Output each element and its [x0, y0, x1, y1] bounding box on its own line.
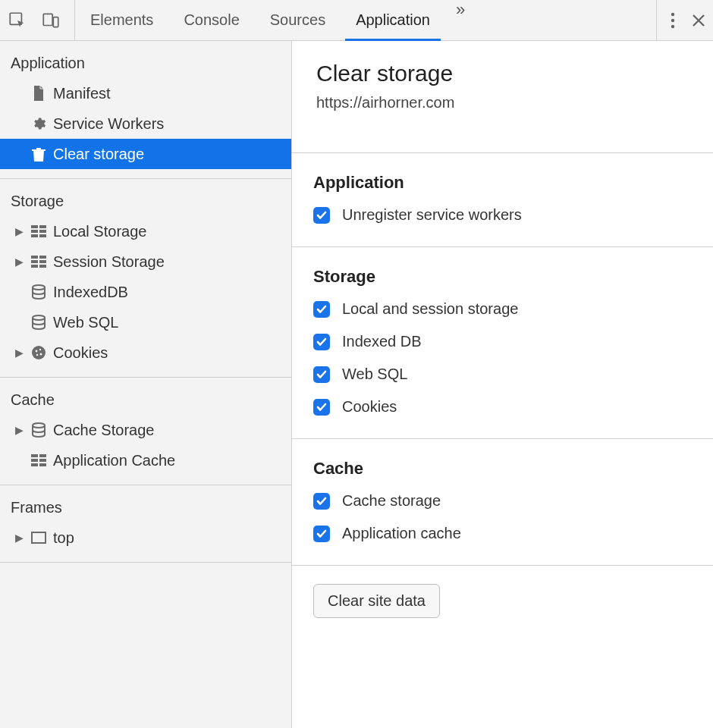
db-icon — [30, 284, 47, 300]
sidebar-item[interactable]: ▶top — [0, 522, 291, 553]
checkbox-label: Web SQL — [342, 366, 407, 383]
svg-rect-27 — [39, 454, 46, 457]
tab-sources[interactable]: Sources — [255, 0, 341, 40]
sidebar-section: ApplicationManifestService WorkersClear … — [0, 41, 291, 179]
svg-rect-7 — [39, 225, 46, 228]
svg-point-5 — [671, 24, 674, 27]
expand-icon[interactable]: ▶ — [14, 347, 24, 359]
devtools-tabs: Elements Console Sources Application » — [75, 0, 476, 40]
clear-button-row: Clear site data — [292, 565, 713, 636]
svg-point-25 — [33, 423, 45, 428]
sidebar-item[interactable]: IndexedDB — [0, 277, 291, 307]
svg-point-20 — [32, 346, 46, 359]
more-tabs-icon[interactable]: » — [445, 0, 476, 40]
page-title: Clear storage — [316, 61, 713, 86]
sidebar-item-label: Manifest — [53, 85, 111, 102]
application-sidebar: ApplicationManifestService WorkersClear … — [0, 41, 291, 728]
svg-rect-6 — [31, 225, 38, 228]
sidebar-item-label: IndexedDB — [53, 284, 128, 301]
sidebar-item[interactable]: ▶Session Storage — [0, 246, 291, 277]
expand-icon[interactable]: ▶ — [14, 256, 24, 268]
sidebar-section: Cache▶Cache StorageApplication Cache — [0, 378, 291, 485]
clear-site-data-button[interactable]: Clear site data — [313, 584, 440, 618]
svg-rect-15 — [39, 260, 46, 263]
svg-rect-10 — [31, 234, 38, 237]
sidebar-item[interactable]: Application Cache — [0, 445, 291, 475]
tab-console[interactable]: Console — [168, 0, 254, 40]
checkbox-label: Cache storage — [342, 492, 441, 510]
expand-icon[interactable]: ▶ — [14, 532, 24, 544]
sidebar-item-label: Cache Storage — [53, 422, 154, 439]
svg-rect-12 — [31, 256, 38, 259]
expand-icon[interactable]: ▶ — [14, 225, 24, 237]
checkbox-icon[interactable] — [313, 301, 330, 318]
db-icon — [30, 422, 47, 438]
checkbox-row[interactable]: Application cache — [313, 525, 713, 542]
tab-application[interactable]: Application — [341, 0, 445, 40]
checkbox-label: Indexed DB — [342, 333, 422, 350]
svg-rect-30 — [31, 463, 38, 466]
svg-point-22 — [39, 349, 41, 350]
checkbox-row[interactable]: Cookies — [313, 398, 713, 416]
close-icon[interactable] — [692, 14, 705, 27]
settings-panel: CacheCache storageApplication cache — [292, 438, 713, 565]
svg-point-18 — [33, 285, 45, 290]
checkbox-label: Local and session storage — [342, 300, 518, 318]
svg-point-23 — [40, 353, 42, 356]
table-icon — [30, 256, 47, 268]
checkbox-row[interactable]: Web SQL — [313, 366, 713, 383]
origin-label: https://airhorner.com — [316, 94, 713, 111]
kebab-menu-icon[interactable] — [671, 12, 675, 29]
db-icon — [30, 315, 47, 330]
sidebar-item[interactable]: ▶Cookies — [0, 337, 291, 368]
checkbox-icon[interactable] — [313, 207, 330, 224]
sidebar-item[interactable]: Service Workers — [0, 108, 291, 139]
table-icon — [30, 454, 47, 466]
svg-rect-8 — [31, 230, 38, 233]
svg-point-21 — [36, 350, 38, 353]
sidebar-section: Storage▶Local Storage▶Session StorageInd… — [0, 179, 291, 378]
checkbox-row[interactable]: Cache storage — [313, 492, 713, 510]
svg-rect-26 — [31, 454, 38, 457]
content-pane: Clear storage https://airhorner.com Appl… — [291, 41, 713, 728]
checkbox-icon[interactable] — [313, 366, 330, 383]
toolbar-left-icons — [8, 0, 75, 40]
device-toggle-icon[interactable] — [41, 11, 61, 30]
svg-rect-14 — [31, 260, 38, 263]
sidebar-item[interactable]: Manifest — [0, 78, 291, 108]
panel-heading: Storage — [313, 267, 713, 287]
svg-rect-1 — [43, 14, 52, 25]
sidebar-item-label: Web SQL — [53, 314, 118, 331]
checkbox-icon[interactable] — [313, 493, 330, 510]
sidebar-item[interactable]: Web SQL — [0, 307, 291, 337]
cookie-icon — [30, 345, 47, 360]
sidebar-item[interactable]: Clear storage — [0, 139, 291, 169]
checkbox-row[interactable]: Local and session storage — [313, 300, 713, 318]
checkbox-icon[interactable] — [313, 399, 330, 416]
panel-heading: Application — [313, 173, 713, 193]
checkbox-label: Unregister service workers — [342, 206, 522, 224]
inspect-icon[interactable] — [8, 11, 27, 30]
svg-point-3 — [671, 12, 674, 15]
tab-elements[interactable]: Elements — [75, 0, 168, 40]
checkbox-row[interactable]: Unregister service workers — [313, 206, 713, 224]
sidebar-item-label: top — [53, 529, 74, 547]
sidebar-item[interactable]: ▶Local Storage — [0, 216, 291, 246]
svg-rect-13 — [39, 256, 46, 259]
panel-heading: Cache — [313, 459, 713, 479]
main-area: ApplicationManifestService WorkersClear … — [0, 41, 713, 728]
checkbox-row[interactable]: Indexed DB — [313, 333, 713, 350]
svg-rect-11 — [39, 234, 46, 237]
checkbox-icon[interactable] — [313, 526, 330, 542]
checkbox-icon[interactable] — [313, 334, 330, 350]
sidebar-item[interactable]: ▶Cache Storage — [0, 415, 291, 445]
svg-point-4 — [671, 18, 674, 21]
sidebar-section-title: Cache — [0, 385, 291, 415]
sidebar-item-label: Session Storage — [53, 253, 165, 271]
svg-rect-32 — [32, 532, 46, 543]
svg-rect-17 — [39, 265, 46, 268]
svg-rect-2 — [53, 17, 58, 27]
sidebar-item-label: Application Cache — [53, 452, 175, 469]
sidebar-item-label: Clear storage — [53, 146, 144, 163]
expand-icon[interactable]: ▶ — [14, 424, 24, 436]
